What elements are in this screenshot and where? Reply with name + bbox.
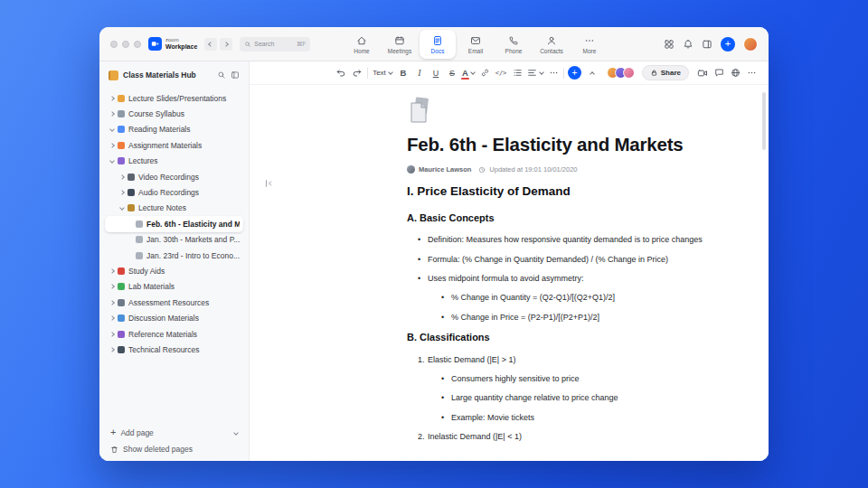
- doc-block[interactable]: • Definition: Measures how responsive qu…: [407, 235, 761, 244]
- doc-block[interactable]: 1. • Elastic Demand (|E| > 1): [407, 355, 761, 364]
- tree-item[interactable]: Lecture Slides/Presentations: [105, 90, 243, 106]
- doc-block[interactable]: • % Change in Quantity = (Q2-Q1)/[(Q2+Q1…: [407, 293, 761, 302]
- tab-meetings[interactable]: Meetings: [382, 30, 418, 59]
- expand-chevron-icon[interactable]: [109, 143, 115, 148]
- tab-docs[interactable]: Docs: [420, 30, 456, 59]
- redo-button[interactable]: [351, 65, 363, 81]
- code-button[interactable]: </>: [495, 65, 507, 81]
- new-item-button[interactable]: +: [721, 37, 735, 52]
- add-page-button[interactable]: + Add page: [110, 427, 238, 437]
- doc-block[interactable]: • Consumers highly sensitive to price: [407, 374, 761, 383]
- strikethrough-button[interactable]: S: [446, 65, 458, 81]
- align-dropdown[interactable]: [527, 65, 543, 81]
- expand-chevron-icon[interactable]: [109, 332, 115, 337]
- language-button[interactable]: [729, 65, 741, 81]
- tree-item-label: Lecture Slides/Presentations: [128, 94, 240, 103]
- expand-chevron-icon[interactable]: [109, 285, 115, 290]
- list-button[interactable]: [511, 65, 524, 81]
- doc-block[interactable]: • Uses midpoint formula to avoid asymmet…: [407, 274, 761, 283]
- expand-chevron-icon[interactable]: [119, 174, 125, 180]
- expand-chevron-icon[interactable]: [109, 300, 115, 305]
- tree-item[interactable]: Discussion Materials: [105, 310, 243, 325]
- text-style-dropdown[interactable]: Text: [372, 65, 393, 81]
- tree-item[interactable]: Reference Materials: [105, 326, 243, 342]
- expand-chevron-icon[interactable]: [109, 111, 115, 117]
- apps-grid-icon[interactable]: [664, 39, 675, 50]
- tab-more[interactable]: More: [571, 30, 608, 59]
- tree-item[interactable]: Assessment Resources: [105, 295, 243, 310]
- doc-block[interactable]: 2. • Inelastic Demand (|E| < 1): [407, 432, 761, 441]
- undo-button[interactable]: [335, 65, 347, 81]
- document-title[interactable]: Feb. 6th - Elasticity and Markets: [407, 134, 769, 155]
- tree-item[interactable]: Audio Recordings: [105, 184, 243, 200]
- video-call-button[interactable]: [696, 65, 709, 81]
- comments-button[interactable]: [712, 65, 725, 81]
- tree-item[interactable]: Feb. 6th - Elasticity and M...: [105, 216, 243, 231]
- expand-chevron-icon[interactable]: [109, 127, 115, 133]
- bold-button[interactable]: B: [397, 65, 410, 81]
- tab-home[interactable]: Home: [344, 30, 380, 59]
- more-options-button[interactable]: [745, 65, 758, 81]
- scrollbar[interactable]: [762, 92, 766, 150]
- page-icon: [136, 252, 143, 259]
- bullet-icon: •: [441, 374, 451, 383]
- text-color-dropdown[interactable]: A: [462, 65, 475, 81]
- bell-icon[interactable]: [683, 39, 693, 50]
- doc-block[interactable]: • B. Classifications: [407, 332, 761, 343]
- collapse-sidebar-icon[interactable]: [231, 70, 240, 80]
- tree-item[interactable]: Reading Materials: [105, 122, 243, 137]
- doc-block[interactable]: • Example: Movie tickets: [407, 413, 761, 422]
- tree-item[interactable]: Lectures: [105, 154, 243, 169]
- doc-block[interactable]: • A. Basic Concepts: [407, 212, 761, 224]
- tree-item[interactable]: Jan. 30th - Markets and P...: [105, 232, 243, 248]
- doc-block[interactable]: • Formula: (% Change in Quantity Demande…: [407, 255, 761, 264]
- document-body: • I. Price Elasticity of Demand • A. Bas…: [407, 184, 761, 451]
- share-button[interactable]: Share: [642, 65, 689, 80]
- fullscreen-window-button[interactable]: [134, 41, 141, 48]
- doc-block[interactable]: • I. Price Elasticity of Demand: [407, 184, 761, 199]
- underline-button[interactable]: U: [429, 65, 442, 81]
- tree-item[interactable]: Lecture Notes: [105, 201, 243, 216]
- doc-text: % Change in Quantity = (Q2-Q1)/[(Q2+Q1)/…: [451, 293, 615, 302]
- tree-item[interactable]: Assignment Materials: [105, 137, 243, 153]
- back-button[interactable]: [204, 38, 217, 51]
- italic-button[interactable]: I: [413, 65, 426, 81]
- tab-phone[interactable]: Phone: [495, 30, 532, 59]
- expand-chevron-icon[interactable]: [109, 96, 115, 101]
- collaborator-avatar[interactable]: [623, 67, 635, 79]
- sidebar-search-icon[interactable]: [217, 70, 226, 80]
- side-panel-icon[interactable]: [702, 39, 712, 50]
- global-search-input[interactable]: Search ⌘F: [240, 37, 310, 52]
- collapse-toolbar-button[interactable]: [585, 65, 598, 81]
- more-formatting-button[interactable]: [547, 65, 560, 81]
- expand-chevron-icon[interactable]: [109, 347, 115, 352]
- expand-chevron-icon[interactable]: [109, 158, 115, 164]
- forward-button[interactable]: [220, 38, 232, 51]
- show-deleted-pages-button[interactable]: Show deleted pages: [110, 445, 238, 454]
- tree-item[interactable]: Lab Materials: [105, 279, 243, 295]
- expand-chevron-icon[interactable]: [119, 190, 125, 195]
- collapse-outline-icon[interactable]: [264, 179, 273, 188]
- doc-block[interactable]: • Large quantity change relative to pric…: [407, 393, 761, 402]
- page-tree: Lecture Slides/Presentations Course Syll…: [99, 90, 249, 358]
- tab-contacts[interactable]: Contacts: [533, 30, 570, 59]
- expand-chevron-icon[interactable]: [109, 315, 115, 321]
- insert-block-button[interactable]: +: [568, 66, 581, 80]
- tree-item[interactable]: Technical Resources: [105, 342, 243, 357]
- tab-email[interactable]: Email: [458, 30, 494, 59]
- chevron-down-icon: [539, 70, 544, 75]
- sidebar: Class Materials Hub Lecture Slides/Prese…: [99, 61, 250, 461]
- document-canvas: Feb. 6th - Elasticity and Markets Mauric…: [250, 85, 769, 461]
- expand-chevron-icon[interactable]: [109, 268, 115, 274]
- tree-item[interactable]: Study Aids: [105, 263, 243, 278]
- expand-chevron-icon[interactable]: [119, 206, 125, 211]
- link-button[interactable]: [478, 65, 491, 81]
- tree-item[interactable]: Course Syllabus: [105, 106, 243, 121]
- tree-item[interactable]: Video Recordings: [105, 169, 243, 184]
- doc-block[interactable]: • % Change in Price = (P2-P1)/[(P2+P1)/2…: [407, 313, 761, 322]
- add-page-chevron-icon[interactable]: [233, 430, 239, 436]
- user-avatar[interactable]: [743, 37, 758, 52]
- close-window-button[interactable]: [110, 41, 118, 48]
- minimize-window-button[interactable]: [122, 41, 129, 48]
- tree-item[interactable]: Jan. 23rd - Intro to Econo...: [105, 248, 243, 263]
